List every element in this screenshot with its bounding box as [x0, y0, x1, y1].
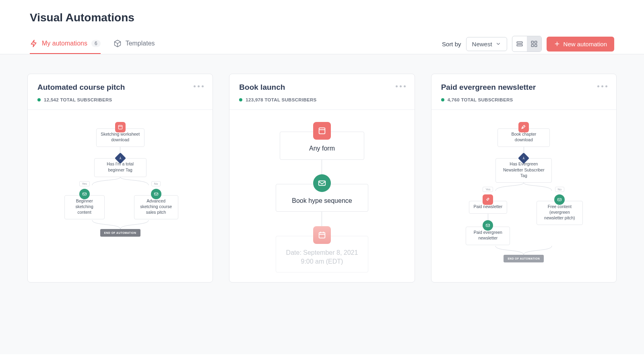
automation-card[interactable]: Book launch 123,978 TOTAL SUBSCRIBERS An…	[229, 74, 415, 283]
tabs: My automations 6 Templates	[30, 34, 155, 54]
svg-rect-4	[531, 45, 533, 47]
tab-label: My automations	[42, 40, 87, 47]
flow-preview: Sketching worksheet download Has I'm a t…	[28, 110, 213, 282]
subscribers-count: 123,978 TOTAL SUBSCRIBERS	[246, 97, 316, 102]
sort-label: Sort by	[442, 41, 461, 47]
view-toggle	[512, 36, 542, 52]
more-options-button[interactable]	[194, 85, 204, 87]
automation-icon	[30, 39, 38, 47]
automation-card[interactable]: Paid evergreen newsletter 4,760 TOTAL SU…	[431, 74, 617, 283]
flow-preview: Any form Book hype sequence Date: Septem…	[229, 110, 414, 282]
status-dot-icon	[239, 98, 242, 101]
svg-rect-10	[83, 193, 86, 195]
plus-icon	[554, 41, 560, 47]
svg-rect-19	[486, 224, 490, 227]
more-options-button[interactable]	[597, 85, 607, 87]
svg-rect-0	[517, 42, 522, 43]
tab-my-automations[interactable]: My automations 6	[30, 34, 101, 54]
new-automation-button[interactable]: New automation	[547, 37, 614, 52]
tag-icon	[483, 194, 493, 205]
card-title: Book launch	[239, 83, 405, 92]
flow-preview: Book chapter download Has Evergreen News…	[431, 110, 616, 282]
form-icon	[313, 122, 331, 140]
end-of-automation-badge: END OF AUTOMATION	[100, 229, 140, 237]
form-icon	[518, 122, 529, 132]
branch-no-label: No	[555, 187, 565, 192]
svg-rect-20	[558, 198, 561, 201]
mail-icon	[151, 189, 161, 199]
card-title: Paid evergreen newsletter	[441, 83, 607, 92]
svg-rect-12	[319, 128, 325, 134]
status-dot-icon	[441, 98, 444, 101]
sort-value: Newest	[472, 41, 492, 47]
svg-rect-1	[517, 45, 522, 46]
mail-icon	[313, 174, 331, 192]
tab-templates[interactable]: Templates	[114, 34, 155, 54]
tab-label: Templates	[126, 40, 155, 47]
svg-rect-5	[535, 45, 537, 47]
sort-select[interactable]: Newest	[466, 37, 507, 51]
svg-rect-11	[154, 193, 158, 195]
status-dot-icon	[37, 98, 41, 101]
branch-no-label: No	[151, 181, 161, 186]
more-options-button[interactable]	[396, 85, 406, 87]
svg-rect-2	[531, 41, 533, 43]
form-icon	[115, 122, 126, 132]
chevron-down-icon	[495, 41, 501, 47]
controls: Sort by Newest New automation	[442, 36, 614, 52]
cube-icon	[114, 39, 122, 47]
new-automation-label: New automation	[564, 41, 607, 47]
calendar-icon	[313, 226, 331, 244]
svg-rect-14	[319, 181, 326, 185]
view-grid-button[interactable]	[527, 36, 541, 52]
svg-rect-3	[535, 41, 537, 43]
svg-rect-8	[118, 125, 122, 129]
svg-rect-15	[319, 233, 325, 238]
view-list-button[interactable]	[512, 36, 527, 52]
card-title: Automated course pitch	[37, 83, 203, 92]
mail-icon	[554, 194, 565, 205]
branch-yes-label: Yes	[79, 181, 90, 186]
end-of-automation-badge: END OF AUTOMATION	[504, 255, 544, 262]
mail-icon	[79, 189, 90, 199]
subscribers-count: 4,760 TOTAL SUBSCRIBERS	[448, 97, 513, 102]
subscribers-count: 12,542 TOTAL SUBSCRIBERS	[44, 97, 112, 102]
branch-yes-label: Yes	[483, 187, 493, 192]
automation-card[interactable]: Automated course pitch 12,542 TOTAL SUBS…	[27, 74, 213, 283]
page-title: Visual Automations	[30, 11, 614, 24]
automations-count-badge: 6	[91, 40, 101, 47]
